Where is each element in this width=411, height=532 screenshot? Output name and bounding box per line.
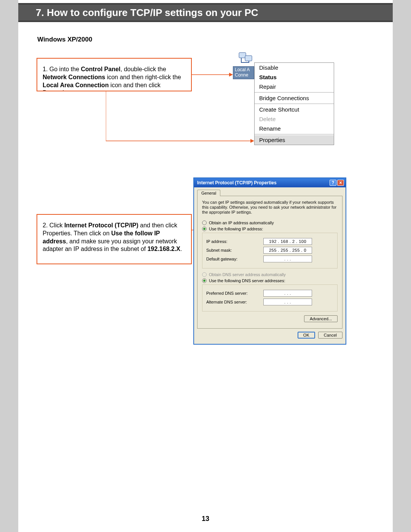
step-2-bold-1: Internet Protocol (TCP/IP) (64, 222, 139, 228)
label-use-ip: Use the following IP address: (209, 227, 263, 231)
network-icon (237, 48, 254, 65)
page-number: 13 (18, 515, 393, 523)
dialog-titlebar: Internet Protocol (TCP/IP) Properties ? … (194, 178, 346, 187)
label-use-dns: Use the following DNS server addresses: (209, 278, 285, 283)
help-button[interactable]: ? (330, 180, 336, 186)
cancel-button[interactable]: Cancel (318, 332, 342, 339)
ip-fieldset: IP address: 192 . 168 . 2 . 100 Subnet m… (202, 233, 338, 268)
ctx-separator (255, 92, 334, 93)
dns-fieldset: Preferred DNS server: . . . Alternate DN… (202, 284, 338, 312)
arrow-to-properties (106, 91, 255, 146)
radio-use-dns[interactable] (202, 278, 207, 283)
ctx-delete: Delete (255, 114, 334, 124)
label-preferred-dns: Preferred DNS server: (206, 291, 263, 296)
label-default-gateway: Default gateway: (206, 257, 263, 261)
label-subnet-mask: Subnet mask: (206, 248, 263, 252)
input-ip-address[interactable]: 192 . 168 . 2 . 100 (263, 238, 312, 245)
context-menu: Disable Status Repair Bridge Connections… (254, 62, 334, 145)
title-band: 7. How to configure TCP/IP settings on y… (18, 3, 393, 22)
input-subnet-mask[interactable]: 255 . 255 . 255 . 0 (263, 247, 312, 254)
svg-rect-0 (239, 53, 246, 58)
svg-marker-3 (229, 73, 233, 77)
input-alternate-dns[interactable]: . . . (263, 299, 312, 305)
step-1-bold-1: Control Panel (81, 66, 121, 72)
radio-obtain-dns-auto (202, 272, 207, 277)
local-area-connection-selected[interactable]: Local A Conne (233, 66, 254, 79)
label-obtain-dns-auto: Obtain DNS server address automatically (209, 272, 286, 277)
ctx-bridge[interactable]: Bridge Connections (255, 93, 334, 103)
ctx-repair[interactable]: Repair (255, 82, 334, 91)
ctx-status[interactable]: Status (255, 72, 334, 82)
step-2-text: 2. Click (43, 222, 64, 228)
step-1-text: 1. Go into the (43, 66, 81, 72)
ctx-separator (255, 104, 334, 104)
radio-use-ip[interactable] (202, 227, 207, 231)
input-preferred-dns[interactable]: . . . (263, 290, 312, 297)
close-button[interactable]: × (337, 180, 344, 186)
label-ip-address: IP address: (206, 239, 263, 244)
dialog-help-text: You can get IP settings assigned automat… (202, 200, 338, 215)
arrow-to-icon (192, 72, 234, 78)
svg-rect-1 (245, 56, 252, 61)
document-page: 7. How to configure TCP/IP settings on y… (18, 0, 393, 532)
step-2-box: 2. Click Internet Protocol (TCP/IP) and … (37, 214, 192, 264)
lac-line-1: Local A (235, 67, 252, 73)
ctx-shortcut[interactable]: Create Shortcut (255, 105, 334, 114)
label-obtain-ip-auto: Obtain an IP address automatically (209, 220, 274, 225)
step-1-bold-2: Network Connections (43, 74, 105, 80)
label-alternate-dns: Alternate DNS server: (206, 300, 263, 304)
lac-line-2: Conne (235, 73, 252, 78)
ctx-rename[interactable]: Rename (255, 124, 334, 133)
tcpip-properties-dialog: Internet Protocol (TCP/IP) Properties ? … (193, 177, 346, 345)
step-1-bold-3: Local Area Connection (43, 82, 109, 88)
step-2-bold-3: 192.168.2.X (147, 246, 180, 252)
ok-button[interactable]: OK (298, 332, 315, 339)
radio-obtain-ip-auto[interactable] (202, 220, 207, 225)
input-default-gateway[interactable]: . . . (263, 256, 312, 262)
os-subheading: Windows XP/2000 (37, 36, 92, 43)
ctx-separator (255, 134, 334, 134)
tab-general[interactable]: General (197, 190, 220, 196)
ctx-properties[interactable]: Properties (255, 135, 334, 145)
advanced-button[interactable]: Advanced... (304, 315, 338, 322)
ctx-disable[interactable]: Disable (255, 63, 334, 72)
dialog-title-text: Internet Protocol (TCP/IP) Properties (197, 180, 277, 185)
svg-marker-4 (250, 139, 254, 143)
page-title: 7. How to configure TCP/IP settings on y… (18, 5, 393, 21)
step-1-box: 1. Go into the Control Panel, double-cli… (37, 58, 192, 91)
